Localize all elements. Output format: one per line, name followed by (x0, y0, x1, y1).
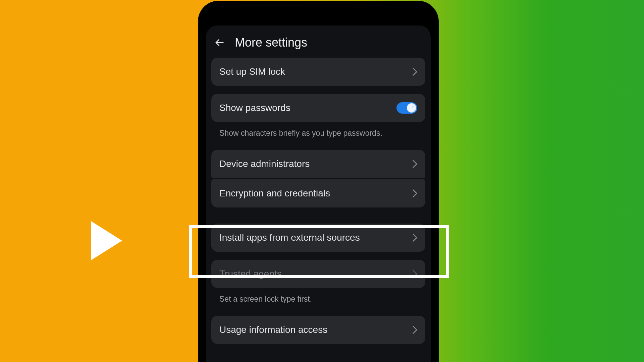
row-install-external-sources[interactable]: Install apps from external sources (211, 224, 425, 252)
row-label: Encryption and credentials (219, 188, 330, 199)
row-label: Usage information access (219, 324, 327, 335)
back-button[interactable] (214, 37, 225, 48)
chevron-right-icon (413, 270, 417, 278)
phone-frame: More settings Set up SIM lock Show passw… (199, 1, 438, 362)
row-device-administrators[interactable]: Device administrators (211, 150, 425, 178)
phone-bezel: More settings Set up SIM lock Show passw… (203, 6, 433, 362)
chevron-right-icon (413, 234, 417, 242)
phone-screen: More settings Set up SIM lock Show passw… (206, 25, 431, 362)
show-passwords-toggle[interactable] (396, 102, 417, 114)
chevron-right-icon (413, 160, 417, 168)
app-header: More settings (206, 25, 431, 58)
page-title: More settings (235, 36, 307, 50)
toggle-knob (407, 103, 416, 113)
row-label: Show passwords (219, 103, 290, 113)
chevron-right-icon (413, 326, 417, 334)
row-usage-information-access[interactable]: Usage information access (211, 316, 425, 344)
chevron-right-icon (413, 189, 417, 197)
row-label: Trusted agents (219, 268, 282, 279)
row-label: Set up SIM lock (219, 66, 285, 77)
row-label: Device administrators (219, 159, 310, 169)
arrow-left-icon (214, 38, 224, 48)
row-sim-lock[interactable]: Set up SIM lock (211, 58, 425, 86)
row-label: Install apps from external sources (219, 232, 360, 243)
stage-background: More settings Set up SIM lock Show passw… (0, 0, 644, 362)
row-trusted-agents: Trusted agents (211, 260, 425, 288)
chevron-right-icon (413, 68, 417, 76)
settings-list: Set up SIM lock Show passwords Show char… (206, 58, 431, 344)
row-show-passwords[interactable]: Show passwords (211, 94, 425, 122)
row-encryption-credentials[interactable]: Encryption and credentials (211, 179, 425, 207)
trusted-agents-helper: Set a screen lock type first. (211, 293, 425, 316)
show-passwords-helper: Show characters briefly as you type pass… (211, 127, 425, 150)
play-pointer-icon (91, 221, 122, 260)
